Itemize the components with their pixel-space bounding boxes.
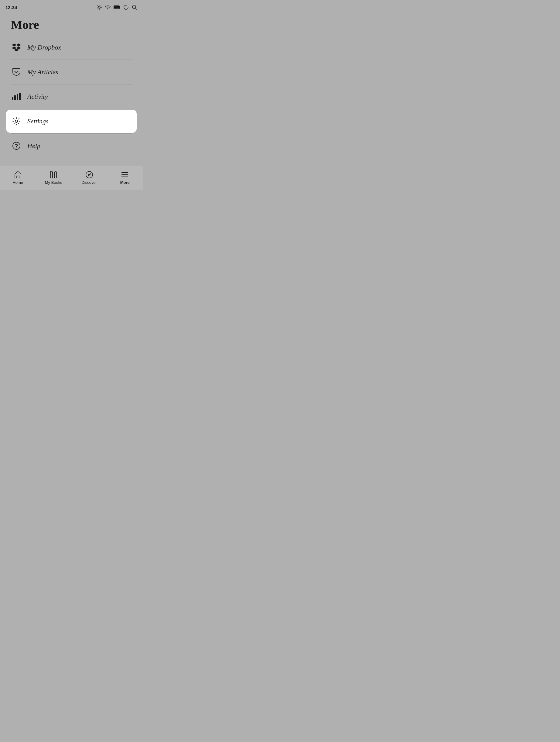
brightness-icon xyxy=(97,5,102,10)
svg-point-0 xyxy=(98,6,101,8)
svg-marker-26 xyxy=(88,173,91,176)
articles-label: My Articles xyxy=(27,68,58,76)
nav-mybooks-label: My Books xyxy=(45,180,62,185)
svg-line-14 xyxy=(135,8,137,10)
activity-icon xyxy=(11,91,22,102)
svg-rect-18 xyxy=(19,93,21,100)
svg-line-5 xyxy=(98,5,98,6)
svg-point-13 xyxy=(132,5,136,8)
bottom-nav: Home My Books Discover xyxy=(0,166,143,190)
dropbox-label: My Dropbox xyxy=(27,44,61,51)
activity-label: Activity xyxy=(27,93,48,101)
menu-item-activity[interactable]: Activity xyxy=(6,85,137,108)
page-title: More xyxy=(0,13,143,35)
menu-item-articles[interactable]: My Articles xyxy=(6,60,137,84)
svg-rect-22 xyxy=(50,171,52,178)
divider-2 xyxy=(11,84,132,85)
menu-item-dropbox[interactable]: My Dropbox xyxy=(6,36,137,59)
divider-5 xyxy=(11,158,132,158)
svg-rect-12 xyxy=(114,6,119,8)
divider-4 xyxy=(11,134,132,134)
wifi-icon xyxy=(105,5,111,9)
status-icons xyxy=(97,5,137,10)
svg-rect-15 xyxy=(12,97,13,100)
settings-label: Settings xyxy=(27,117,49,125)
divider-3 xyxy=(11,109,132,109)
svg-line-7 xyxy=(101,5,101,6)
mybooks-icon xyxy=(49,170,58,179)
menu-list: My Dropbox My Articles Activity xyxy=(0,36,143,158)
help-label: Help xyxy=(27,142,40,150)
dropbox-icon xyxy=(11,42,22,53)
pocket-icon xyxy=(11,66,22,77)
nav-item-more[interactable]: More xyxy=(107,168,143,187)
svg-line-8 xyxy=(98,9,98,9)
title-divider xyxy=(11,35,132,35)
svg-point-21 xyxy=(16,148,17,148)
nav-item-mybooks[interactable]: My Books xyxy=(36,168,72,187)
battery-icon xyxy=(114,5,120,9)
nav-more-label: More xyxy=(120,180,130,185)
nav-item-home[interactable]: Home xyxy=(0,168,36,187)
svg-point-20 xyxy=(13,142,20,150)
svg-point-19 xyxy=(15,120,18,122)
nav-discover-label: Discover xyxy=(81,180,97,185)
svg-rect-16 xyxy=(14,95,16,100)
discover-icon xyxy=(85,170,94,179)
menu-item-help[interactable]: Help xyxy=(6,134,137,157)
svg-rect-17 xyxy=(17,94,18,100)
status-bar: 12:34 xyxy=(0,0,143,13)
more-icon xyxy=(121,170,129,179)
svg-line-6 xyxy=(101,9,101,9)
nav-item-discover[interactable]: Discover xyxy=(71,168,107,187)
svg-rect-23 xyxy=(53,172,54,178)
sync-icon xyxy=(123,5,129,10)
home-icon xyxy=(14,170,22,179)
nav-home-label: Home xyxy=(12,180,23,185)
svg-rect-24 xyxy=(55,172,56,178)
help-icon xyxy=(11,140,22,151)
search-icon[interactable] xyxy=(132,5,137,10)
status-time: 12:34 xyxy=(5,5,17,10)
settings-icon xyxy=(11,116,22,127)
svg-point-9 xyxy=(108,8,108,9)
menu-item-settings[interactable]: Settings xyxy=(6,110,137,133)
